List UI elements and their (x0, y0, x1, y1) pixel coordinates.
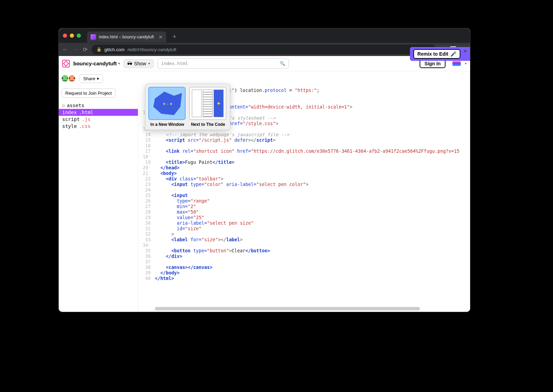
reload-button[interactable]: ⟳ (83, 46, 87, 53)
forward-button[interactable]: → (73, 46, 78, 53)
window-controls (63, 34, 81, 38)
tab-title: index.html – bouncy-candytuft (99, 35, 154, 39)
assets-icon: ☐ (62, 103, 65, 108)
maximize-window-button[interactable] (77, 34, 81, 38)
show-option-next-to-code[interactable]: Next to The Code (189, 87, 227, 127)
browser-window: index.html – bouncy-candytuft ✕ + ← → ⟳ … (59, 28, 470, 312)
sunglasses-icon: 🕶 (127, 61, 132, 66)
project-name-dropdown[interactable]: bouncy-candytuft ▾ (73, 60, 120, 66)
sidebar-item-script-js[interactable]: script.js (59, 116, 138, 123)
new-tab-button[interactable]: + (172, 33, 176, 40)
remix-banner: Remix to Edit 🎤 ✕ (410, 47, 470, 61)
chevron-down-icon[interactable]: ▾ (465, 62, 467, 65)
browser-tab[interactable]: index.html – bouncy-candytuft ✕ (87, 31, 166, 43)
lock-icon: 🔒 (96, 47, 102, 52)
collab-bar: •‿• •‿• Share ▾ (59, 71, 470, 86)
show-button[interactable]: 🕶 Show ▾ (123, 59, 154, 68)
side-by-side-thumbnail (189, 87, 226, 120)
url-domain: glitch.com (104, 47, 125, 52)
close-window-button[interactable] (63, 34, 67, 38)
show-dropdown: In a New Window Next to The Code (145, 84, 230, 130)
presence-avatars: •‿• •‿• (62, 74, 76, 83)
chrome-toolbar: ← → ⟳ 🔒 glitch.com/edit/#!/bouncy-candyt… (59, 43, 470, 56)
new-window-thumbnail (148, 87, 186, 120)
show-option-new-window[interactable]: In a New Window (148, 87, 186, 127)
back-button[interactable]: ← (62, 46, 68, 53)
sidebar-item-style-css[interactable]: style.css (59, 123, 138, 130)
request-to-join-button[interactable]: Request to Join Project (62, 88, 115, 98)
sidebar-item-index-html[interactable]: index.html (59, 109, 138, 116)
minimize-window-button[interactable] (70, 34, 74, 38)
chevron-down-icon: ▾ (118, 62, 120, 65)
file-sidebar: Request to Join Project ☐assets index.ht… (59, 86, 138, 312)
chevron-down-icon: ▾ (148, 62, 150, 65)
close-tab-icon[interactable]: ✕ (159, 34, 163, 40)
file-search-input[interactable]: index.html 🔍 (157, 58, 289, 69)
remix-to-edit-button[interactable]: Remix to Edit 🎤 (413, 49, 460, 59)
microphone-icon: 🎤 (450, 51, 456, 57)
user-avatar-icon[interactable]: •‿• (68, 74, 76, 83)
anonymous-avatar-icon[interactable] (452, 61, 461, 66)
sidebar-item-assets[interactable]: ☐assets (59, 102, 138, 109)
address-bar[interactable]: 🔒 glitch.com/edit/#!/bouncy-candytuft (92, 45, 436, 54)
glitch-logo-icon[interactable] (62, 60, 70, 67)
share-button[interactable]: Share ▾ (79, 74, 103, 83)
chevron-down-icon: ▾ (97, 76, 99, 81)
search-icon: 🔍 (280, 61, 285, 66)
editor-main: Request to Join Project ☐assets index.ht… (59, 86, 470, 312)
horizontal-scrollbar[interactable] (155, 307, 467, 310)
close-icon[interactable]: ✕ (463, 48, 467, 54)
url-path: /edit/#!/bouncy-candytuft (128, 47, 177, 52)
glitch-header: bouncy-candytuft ▾ 🕶 Show ▾ index.html 🔍… (59, 56, 470, 71)
glitch-favicon-icon (91, 34, 96, 40)
chrome-tab-bar: index.html – bouncy-candytuft ✕ + (59, 28, 470, 43)
